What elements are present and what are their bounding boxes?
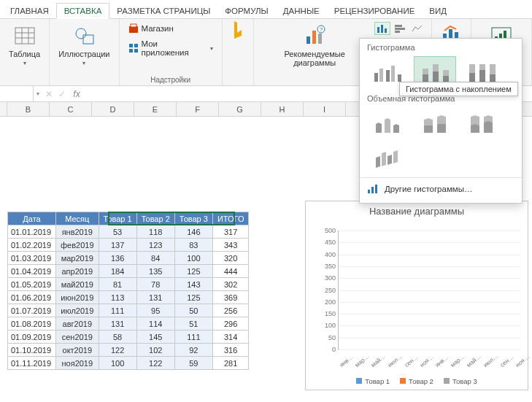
- tab-insert[interactable]: ВСТАВКА: [56, 3, 110, 19]
- cell[interactable]: апр2019: [56, 265, 99, 278]
- cell[interactable]: авг2019: [56, 317, 99, 331]
- tab-home[interactable]: ГЛАВНАЯ: [3, 4, 56, 18]
- cell[interactable]: 314: [212, 331, 249, 344]
- cell[interactable]: 01.02.2019: [8, 239, 56, 252]
- cell[interactable]: 58: [99, 331, 136, 344]
- cell[interactable]: июл2019: [56, 304, 99, 317]
- cancel-icon[interactable]: ✕: [42, 89, 55, 99]
- table-row[interactable]: 01.01.2019янв201953118146317: [8, 225, 249, 239]
- tab-pagelayout[interactable]: РАЗМЕТКА СТРАНИЦЫ: [109, 4, 217, 18]
- cell[interactable]: 01.07.2019: [8, 304, 56, 317]
- col-B[interactable]: B: [7, 102, 50, 116]
- gallery-3d-100pct[interactable]: [460, 107, 503, 139]
- chart-type-stock-button[interactable]: [409, 22, 425, 35]
- cell[interactable]: 302: [212, 278, 249, 291]
- cell[interactable]: 122: [136, 357, 174, 370]
- embedded-chart[interactable]: Название диаграммы 050100150200250300350…: [305, 201, 528, 390]
- gallery-3d-clustered[interactable]: [367, 107, 409, 139]
- gallery-3d-column[interactable]: [367, 142, 409, 174]
- cell[interactable]: 01.05.2019: [8, 278, 56, 291]
- cell[interactable]: 256: [212, 304, 249, 317]
- table-row[interactable]: 01.05.2019май20198178143302: [8, 278, 249, 291]
- chart-legend[interactable]: Товар 1 Товар 2 Товар 3: [306, 377, 528, 385]
- cell[interactable]: 83: [174, 239, 212, 252]
- insert-table-button[interactable]: Таблица ▾: [6, 22, 43, 68]
- cell[interactable]: 114: [136, 317, 174, 331]
- cell[interactable]: 53: [99, 225, 136, 239]
- cell[interactable]: 01.06.2019: [8, 291, 56, 304]
- insert-illustrations-button[interactable]: Иллюстрации ▾: [55, 22, 112, 68]
- cell[interactable]: 123: [136, 239, 174, 252]
- col-F[interactable]: F: [177, 102, 219, 116]
- table-row[interactable]: 01.07.2019июл20191119550256: [8, 304, 249, 317]
- cell[interactable]: 444: [212, 265, 249, 278]
- cell[interactable]: 184: [99, 265, 136, 278]
- cell[interactable]: май2019: [56, 278, 99, 291]
- cell[interactable]: 84: [136, 252, 174, 265]
- cell[interactable]: 51: [174, 317, 212, 331]
- tab-formulas[interactable]: ФОРМУЛЫ: [217, 4, 275, 18]
- col-G[interactable]: G: [219, 102, 261, 116]
- cell[interactable]: 125: [174, 265, 212, 278]
- table-header[interactable]: Товар 1: [99, 212, 136, 225]
- cell[interactable]: 281: [212, 357, 249, 370]
- table-header[interactable]: Товар 3: [174, 212, 212, 225]
- tab-view[interactable]: ВИД: [422, 4, 454, 18]
- table-row[interactable]: 01.03.2019мар201913684100320: [8, 252, 249, 265]
- table-row[interactable]: 01.04.2019апр2019184135125444: [8, 265, 249, 278]
- cell[interactable]: 343: [212, 239, 249, 252]
- col-I[interactable]: I: [304, 102, 346, 116]
- gallery-3d-stacked[interactable]: [414, 107, 456, 139]
- table-row[interactable]: 01.02.2019фев201913712383343: [8, 239, 249, 252]
- table-row[interactable]: 01.11.2019ноя201910012259281: [8, 357, 249, 370]
- name-box[interactable]: [0, 86, 34, 101]
- cell[interactable]: 111: [174, 331, 212, 344]
- chart-title[interactable]: Название диаграммы: [306, 201, 528, 221]
- cell[interactable]: 01.11.2019: [8, 357, 56, 370]
- fx-button[interactable]: fx: [69, 89, 85, 99]
- chart-type-bar-button[interactable]: [392, 22, 408, 35]
- cell[interactable]: 143: [174, 278, 212, 291]
- tab-data[interactable]: ДАННЫЕ: [276, 4, 327, 18]
- cell[interactable]: 316: [212, 344, 249, 357]
- cell[interactable]: 320: [212, 252, 249, 265]
- cell[interactable]: 100: [99, 357, 136, 370]
- cell[interactable]: 296: [212, 317, 249, 331]
- gallery-more-histograms[interactable]: Другие гистограммы…: [360, 179, 522, 198]
- table-row[interactable]: 01.10.2019окт201912210292316: [8, 344, 249, 357]
- cell[interactable]: мар2019: [56, 252, 99, 265]
- cell[interactable]: 369: [212, 291, 249, 304]
- cell[interactable]: 317: [212, 225, 249, 239]
- cell[interactable]: 01.09.2019: [8, 331, 56, 344]
- cell[interactable]: 111: [99, 304, 136, 317]
- cell[interactable]: 113: [99, 291, 136, 304]
- table-row[interactable]: 01.08.2019авг201913111451296: [8, 317, 249, 331]
- cell[interactable]: 50: [174, 304, 212, 317]
- cell[interactable]: янв2019: [56, 225, 99, 239]
- chart-type-column-button[interactable]: [374, 22, 390, 35]
- cell[interactable]: 100: [174, 252, 212, 265]
- cell[interactable]: 92: [174, 344, 212, 357]
- table-row[interactable]: 01.09.2019сен201958145111314: [8, 331, 249, 344]
- cell[interactable]: 01.01.2019: [8, 225, 56, 239]
- cell[interactable]: 131: [99, 317, 136, 331]
- cell[interactable]: 137: [99, 239, 136, 252]
- cell[interactable]: 102: [136, 344, 174, 357]
- col-C[interactable]: C: [50, 102, 92, 116]
- cell[interactable]: сен2019: [56, 331, 99, 344]
- store-button[interactable]: Магазин: [126, 22, 177, 35]
- cell[interactable]: 118: [136, 225, 174, 239]
- chart-plot-area[interactable]: 050100150200250300350400450500: [338, 231, 520, 350]
- table-header[interactable]: Дата: [8, 212, 56, 225]
- confirm-icon[interactable]: ✓: [55, 89, 69, 99]
- cell[interactable]: 95: [136, 304, 174, 317]
- col-H[interactable]: H: [261, 102, 304, 116]
- cell[interactable]: 81: [99, 278, 136, 291]
- cell[interactable]: 01.03.2019: [8, 252, 56, 265]
- cell[interactable]: 135: [136, 265, 174, 278]
- col-D[interactable]: D: [92, 102, 134, 116]
- cell[interactable]: фев2019: [56, 239, 99, 252]
- cell[interactable]: 01.10.2019: [8, 344, 56, 357]
- cell[interactable]: 145: [136, 331, 174, 344]
- cell[interactable]: 01.08.2019: [8, 317, 56, 331]
